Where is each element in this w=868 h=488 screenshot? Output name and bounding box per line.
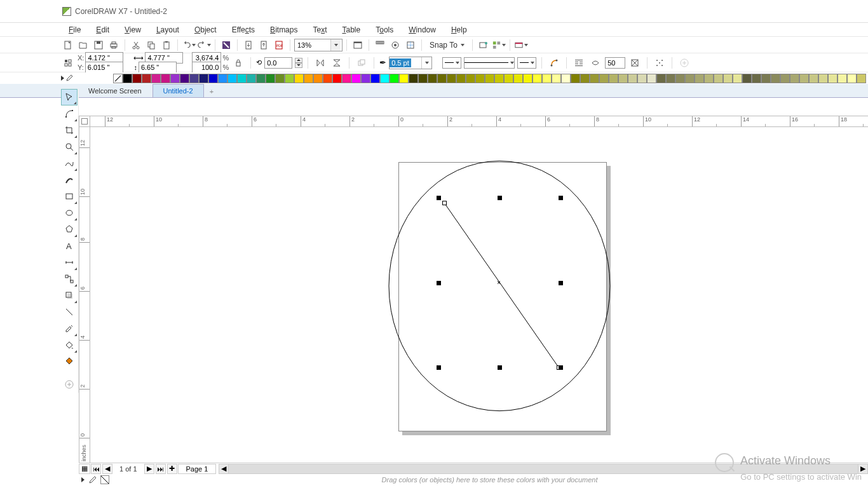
color-swatch[interactable]: [809, 74, 818, 83]
transparency-tool[interactable]: [61, 304, 78, 320]
eyedropper-tool[interactable]: [61, 320, 78, 337]
color-swatch[interactable]: [170, 74, 180, 83]
fullscreen-button[interactable]: [351, 38, 365, 52]
end-arrow-combo[interactable]: [517, 57, 536, 69]
open-button[interactable]: [76, 38, 90, 52]
color-swatch[interactable]: [628, 74, 637, 83]
color-swatch[interactable]: [266, 74, 275, 83]
color-swatch[interactable]: [532, 74, 542, 83]
color-swatch[interactable]: [666, 74, 675, 83]
menu-tools[interactable]: Tools: [368, 24, 401, 36]
color-swatch[interactable]: [380, 74, 390, 83]
color-swatch[interactable]: [161, 74, 170, 83]
color-swatch[interactable]: [561, 74, 571, 83]
palette-scroll-right-icon[interactable]: [61, 76, 64, 81]
selection-handle[interactable]: [498, 196, 502, 200]
color-swatch[interactable]: [618, 74, 628, 83]
redo-button[interactable]: [197, 38, 211, 52]
menu-object[interactable]: Object: [187, 24, 224, 36]
color-swatch[interactable]: [761, 74, 771, 83]
color-swatch[interactable]: [256, 74, 266, 83]
menu-window[interactable]: Window: [401, 24, 444, 36]
last-page-button[interactable]: ⏭: [156, 464, 166, 474]
color-swatch[interactable]: [285, 74, 294, 83]
color-swatch[interactable]: [647, 74, 656, 83]
color-swatch[interactable]: [208, 74, 218, 83]
pick-tool[interactable]: [61, 89, 78, 105]
color-swatch[interactable]: [323, 74, 332, 83]
color-swatch[interactable]: [857, 74, 866, 83]
options-button[interactable]: [477, 38, 491, 52]
mirror-v-button[interactable]: [330, 56, 344, 70]
vertical-ruler[interactable]: inches 121086420: [79, 127, 90, 463]
drop-shadow-tool[interactable]: [61, 287, 78, 304]
color-swatch[interactable]: [142, 74, 151, 83]
color-swatch[interactable]: [799, 74, 809, 83]
color-swatch[interactable]: [237, 74, 247, 83]
menu-view[interactable]: View: [117, 24, 149, 36]
line-style-combo[interactable]: [464, 57, 515, 69]
shape-tool[interactable]: [61, 105, 78, 122]
menu-table[interactable]: Table: [335, 24, 369, 36]
zoom-dropdown-icon[interactable]: [330, 39, 341, 51]
interactive-fill-tool[interactable]: [61, 337, 78, 353]
color-swatch[interactable]: [571, 74, 580, 83]
color-swatch[interactable]: [685, 74, 695, 83]
cut-button[interactable]: [129, 38, 143, 52]
tab-add-button[interactable]: +: [204, 85, 219, 97]
app-launcher-button[interactable]: [492, 38, 506, 52]
color-swatch[interactable]: [456, 74, 466, 83]
freehand-tool[interactable]: [61, 155, 78, 172]
color-swatch[interactable]: [609, 74, 618, 83]
color-swatch[interactable]: [447, 74, 456, 83]
color-swatch[interactable]: [409, 74, 418, 83]
color-swatch[interactable]: [656, 74, 666, 83]
rectangle-tool[interactable]: [61, 188, 78, 205]
page-tab[interactable]: Page 1: [178, 464, 217, 474]
show-guidelines-button[interactable]: [403, 38, 417, 52]
color-swatch[interactable]: [418, 74, 428, 83]
color-swatch[interactable]: [342, 74, 351, 83]
pos-y-input[interactable]: [86, 62, 123, 72]
object-properties-button[interactable]: [628, 56, 642, 70]
color-swatch[interactable]: [580, 74, 590, 83]
color-swatch[interactable]: [485, 74, 494, 83]
color-swatch[interactable]: [494, 74, 504, 83]
color-swatch[interactable]: [733, 74, 742, 83]
selection-handle[interactable]: [559, 365, 563, 370]
start-arrow-combo[interactable]: [442, 57, 461, 69]
scale-y-input[interactable]: [193, 62, 220, 72]
crop-tool[interactable]: [61, 122, 78, 139]
color-swatch[interactable]: [780, 74, 790, 83]
color-swatch[interactable]: [275, 74, 285, 83]
welcome-button[interactable]: [514, 38, 528, 52]
color-swatch[interactable]: [513, 74, 523, 83]
color-swatch[interactable]: [847, 74, 857, 83]
color-swatch[interactable]: [695, 74, 704, 83]
horizontal-scrollbar[interactable]: ◀▶: [219, 464, 868, 474]
wrap-text-button[interactable]: [572, 56, 586, 70]
color-swatch[interactable]: [227, 74, 237, 83]
close-curve-button[interactable]: [547, 56, 561, 70]
color-swatch[interactable]: [361, 74, 370, 83]
drawing-canvas[interactable]: ×: [90, 127, 868, 463]
undo-button[interactable]: [182, 38, 196, 52]
selection-handle[interactable]: [437, 281, 441, 285]
menu-text[interactable]: Text: [305, 24, 334, 36]
selection-handle[interactable]: [437, 196, 441, 200]
color-swatch[interactable]: [523, 74, 532, 83]
save-button[interactable]: [92, 38, 105, 52]
zoom-tool[interactable]: [61, 139, 78, 155]
color-swatch[interactable]: [332, 74, 342, 83]
color-swatch[interactable]: [428, 74, 437, 83]
color-swatch[interactable]: [370, 74, 380, 83]
color-swatch[interactable]: [313, 74, 323, 83]
menu-file[interactable]: File: [61, 24, 88, 36]
next-page-button[interactable]: ▶: [144, 464, 154, 474]
dock-edit-icon[interactable]: [88, 475, 97, 484]
show-grid-button[interactable]: [388, 38, 402, 52]
outline-width-combo[interactable]: 0.5 pt: [389, 57, 432, 69]
smart-fill-tool[interactable]: [61, 353, 78, 370]
color-swatch[interactable]: [189, 74, 199, 83]
color-swatch[interactable]: [704, 74, 714, 83]
